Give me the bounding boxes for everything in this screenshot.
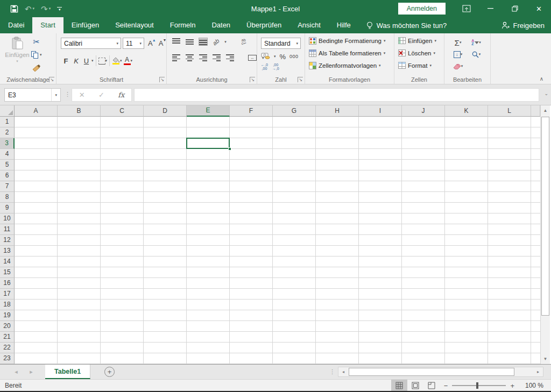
cell-E10[interactable] bbox=[187, 213, 230, 224]
cell-F22[interactable] bbox=[230, 343, 273, 353]
cell-partial-5[interactable] bbox=[531, 160, 540, 170]
cell-I13[interactable] bbox=[359, 246, 402, 256]
fill-handle[interactable] bbox=[228, 147, 231, 151]
percent-style-icon[interactable]: % bbox=[280, 53, 286, 61]
cell-K16[interactable] bbox=[445, 278, 488, 289]
cell-F11[interactable] bbox=[230, 224, 273, 235]
row-header-21[interactable]: 21 bbox=[0, 332, 15, 343]
cell-partial-18[interactable] bbox=[531, 300, 540, 310]
cell-B9[interactable] bbox=[58, 203, 101, 213]
cell-E17[interactable] bbox=[187, 289, 230, 300]
cell-D15[interactable] bbox=[144, 267, 187, 278]
cell-partial-3[interactable] bbox=[531, 138, 540, 149]
cell-D17[interactable] bbox=[144, 289, 187, 300]
row-header-22[interactable]: 22 bbox=[0, 343, 15, 353]
collapse-ribbon-icon[interactable]: ∧ bbox=[540, 76, 543, 82]
alignment-dialog-launcher[interactable]: ↘ bbox=[250, 77, 255, 82]
cell-K5[interactable] bbox=[445, 160, 488, 170]
cell-partial-7[interactable] bbox=[531, 181, 540, 192]
cell-partial-17[interactable] bbox=[531, 289, 540, 300]
cell-J4[interactable] bbox=[402, 149, 445, 160]
cell-K21[interactable] bbox=[445, 332, 488, 343]
cell-H4[interactable] bbox=[316, 149, 359, 160]
cell-J14[interactable] bbox=[402, 256, 445, 267]
cell-L15[interactable] bbox=[488, 267, 531, 278]
cell-J8[interactable] bbox=[402, 192, 445, 203]
align-center-icon[interactable] bbox=[186, 54, 194, 61]
tell-me-box[interactable]: Was möchten Sie tun? bbox=[366, 17, 447, 33]
cell-D2[interactable] bbox=[144, 127, 187, 138]
cell-H12[interactable] bbox=[316, 235, 359, 246]
cell-L6[interactable] bbox=[488, 170, 531, 181]
cell-B8[interactable] bbox=[58, 192, 101, 203]
cell-J11[interactable] bbox=[402, 224, 445, 235]
cell-F10[interactable] bbox=[230, 213, 273, 224]
cell-C6[interactable] bbox=[101, 170, 144, 181]
cell-K8[interactable] bbox=[445, 192, 488, 203]
cell-E6[interactable] bbox=[187, 170, 230, 181]
cell-B4[interactable] bbox=[58, 149, 101, 160]
decrease-indent-icon[interactable] bbox=[213, 54, 221, 61]
cell-J10[interactable] bbox=[402, 213, 445, 224]
cell-D11[interactable] bbox=[144, 224, 187, 235]
cell-E11[interactable] bbox=[187, 224, 230, 235]
cell-C4[interactable] bbox=[101, 149, 144, 160]
cell-J6[interactable] bbox=[402, 170, 445, 181]
cell-L9[interactable] bbox=[488, 203, 531, 213]
formula-input[interactable] bbox=[134, 88, 539, 102]
cell-H23[interactable] bbox=[316, 353, 359, 364]
cell-E20[interactable] bbox=[187, 321, 230, 332]
cell-F4[interactable] bbox=[230, 149, 273, 160]
cell-C14[interactable] bbox=[101, 256, 144, 267]
cell-G9[interactable] bbox=[273, 203, 316, 213]
cell-K3[interactable] bbox=[445, 138, 488, 149]
cell-I22[interactable] bbox=[359, 343, 402, 353]
cell-C13[interactable] bbox=[101, 246, 144, 256]
cell-B22[interactable] bbox=[58, 343, 101, 353]
cell-F19[interactable] bbox=[230, 310, 273, 321]
cell-D19[interactable] bbox=[144, 310, 187, 321]
format-as-table-button[interactable]: Als Tabelle formatieren▾ bbox=[309, 49, 385, 57]
name-box[interactable]: E3 ▾ bbox=[4, 88, 61, 102]
row-header-17[interactable]: 17 bbox=[0, 289, 15, 300]
column-header-E[interactable]: E bbox=[187, 105, 230, 117]
cell-A7[interactable] bbox=[15, 181, 58, 192]
cell-I4[interactable] bbox=[359, 149, 402, 160]
cell-B11[interactable] bbox=[58, 224, 101, 235]
tab-überprüfen[interactable]: Überprüfen bbox=[238, 17, 289, 33]
cell-E12[interactable] bbox=[187, 235, 230, 246]
cell-E15[interactable] bbox=[187, 267, 230, 278]
zoom-level[interactable]: 100 % bbox=[519, 382, 547, 389]
cell-E19[interactable] bbox=[187, 310, 230, 321]
cell-G19[interactable] bbox=[273, 310, 316, 321]
row-header-5[interactable]: 5 bbox=[0, 160, 15, 170]
cell-B12[interactable] bbox=[58, 235, 101, 246]
cell-A22[interactable] bbox=[15, 343, 58, 353]
cell-partial-1[interactable] bbox=[531, 117, 540, 127]
cell-partial-23[interactable] bbox=[531, 353, 540, 364]
cell-E16[interactable] bbox=[187, 278, 230, 289]
cell-I10[interactable] bbox=[359, 213, 402, 224]
cell-B7[interactable] bbox=[58, 181, 101, 192]
cell-H22[interactable] bbox=[316, 343, 359, 353]
cell-partial-19[interactable] bbox=[531, 310, 540, 321]
cell-A17[interactable] bbox=[15, 289, 58, 300]
cell-partial-13[interactable] bbox=[531, 246, 540, 256]
cell-I8[interactable] bbox=[359, 192, 402, 203]
number-format-combo[interactable]: Standard▾ bbox=[261, 38, 301, 49]
cell-J13[interactable] bbox=[402, 246, 445, 256]
column-header-K[interactable]: K bbox=[445, 105, 488, 117]
customize-qat-icon[interactable]: ▾ bbox=[54, 2, 65, 16]
decrease-font-icon[interactable]: A▼ bbox=[157, 39, 166, 47]
cell-E18[interactable] bbox=[187, 300, 230, 310]
cell-E8[interactable] bbox=[187, 192, 230, 203]
tab-ansicht[interactable]: Ansicht bbox=[289, 17, 329, 33]
minimize-button[interactable] bbox=[478, 0, 503, 17]
cell-L22[interactable] bbox=[488, 343, 531, 353]
sign-in-button[interactable]: Anmelden bbox=[398, 3, 446, 15]
row-header-12[interactable]: 12 bbox=[0, 235, 15, 246]
cell-F3[interactable] bbox=[230, 138, 273, 149]
cell-B2[interactable] bbox=[58, 127, 101, 138]
cell-G7[interactable] bbox=[273, 181, 316, 192]
cell-D1[interactable] bbox=[144, 117, 187, 127]
